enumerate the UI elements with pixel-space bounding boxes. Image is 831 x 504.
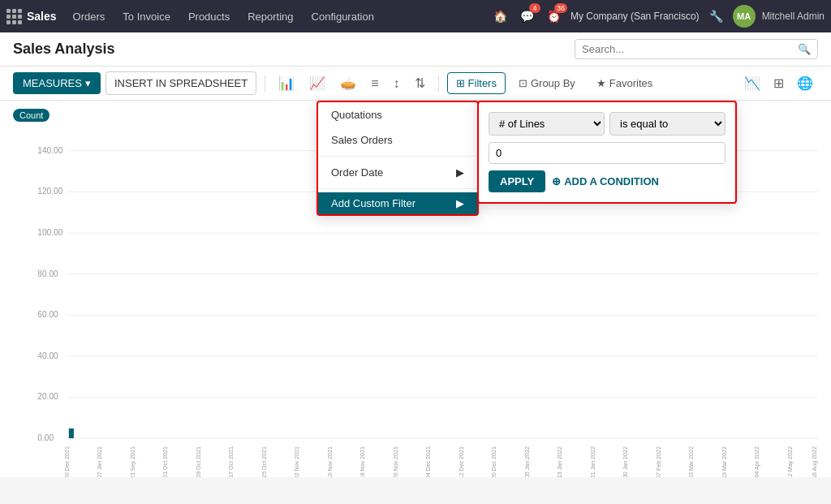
chevron-down-icon: ▾ <box>85 77 91 89</box>
chart-bar-1 <box>69 429 74 438</box>
table-icon-btn[interactable]: ⊞ <box>769 72 789 94</box>
search-box[interactable]: 🔍 <box>575 39 818 59</box>
x-label-7: 02 Nov 2021 <box>294 446 300 477</box>
x-label-10: 26 Nov 2021 <box>393 446 399 477</box>
groupby-label: Group By <box>531 77 575 89</box>
x-label-14: 05 Jan 2022 <box>524 446 531 477</box>
x-label-3: 01 Oct 2021 <box>162 446 169 477</box>
chat-icon-btn[interactable]: 💬 4 <box>517 6 537 26</box>
chevron-right-icon: ▶ <box>456 166 464 179</box>
favorites-button[interactable]: ★ Favorites <box>588 73 661 93</box>
nav-orders[interactable]: Orders <box>65 6 114 28</box>
y-label-60: 60.00 <box>37 310 58 319</box>
filter-divider-2 <box>318 188 477 189</box>
chevron-right-icon-2: ▶ <box>456 197 464 209</box>
search-icon: 🔍 <box>798 43 811 55</box>
cf-value-input[interactable] <box>489 142 726 164</box>
y-label-40: 40.00 <box>37 351 58 360</box>
activity-icon-btn[interactable]: ⏰ 36 <box>544 6 564 26</box>
y-label-140: 140.00 <box>37 146 62 155</box>
nav-products[interactable]: Products <box>180 6 238 28</box>
y-label-80: 80.00 <box>37 269 58 278</box>
sort2-icon-btn[interactable]: ⇅ <box>410 72 430 94</box>
activity-badge: 36 <box>554 3 567 13</box>
nav-right: 🏠 💬 4 ⏰ 36 My Company (San Francisco) 🔧 … <box>490 5 825 28</box>
line-chart-icon-btn[interactable]: 📈 <box>304 72 330 94</box>
plus-icon: ⊕ <box>552 175 561 187</box>
y-label-120: 120.00 <box>37 187 62 196</box>
x-label-0: 20 Dec 2021 <box>64 446 71 477</box>
favorites-label: Favorites <box>609 77 652 89</box>
apply-button[interactable]: APPLY <box>489 170 545 192</box>
x-label-23: 18 Aug 2022 <box>812 446 818 477</box>
filter-sales-orders[interactable]: Sales Orders <box>318 127 477 153</box>
x-label-8: 10 Nov 2021 <box>327 446 334 477</box>
x-label-13: 20 Dec 2021 <box>491 446 497 477</box>
cf-field-row: # of Lines Amount Customer Date Product … <box>489 112 726 136</box>
x-label-15: 13 Jan 2022 <box>557 446 563 477</box>
x-label-1: 07 Jan 2021 <box>97 446 103 477</box>
app-logo[interactable]: Sales <box>6 9 57 24</box>
user-name: Mitchell Admin <box>762 11 825 22</box>
filter-divider <box>318 156 477 157</box>
x-label-22: 12 May 2022 <box>787 446 794 477</box>
groupby-icon: ⊡ <box>519 77 527 89</box>
settings-icon-btn[interactable]: 🔧 <box>706 6 726 26</box>
x-axis-labels: 20 Dec 2021 07 Jan 2021 23 Sep 2021 01 O… <box>64 446 818 477</box>
grid-icon <box>6 9 22 24</box>
area-chart-icon-btn[interactable]: 📉 <box>739 72 765 94</box>
stack-icon-btn[interactable]: ≡ <box>366 73 383 94</box>
insert-spreadsheet-button[interactable]: INSERT IN SPREADSHEET <box>105 71 256 95</box>
x-label-16: 21 Jan 2022 <box>590 446 596 477</box>
y-label-20: 20.00 <box>37 392 58 401</box>
x-label-5: 17 Oct 2021 <box>228 446 235 477</box>
search-input[interactable] <box>582 43 798 55</box>
x-label-6: 25 Oct 2021 <box>261 446 268 477</box>
filter-add-custom[interactable]: Add Custom Filter ▶ <box>318 192 477 214</box>
nav-configuration[interactable]: Configuration <box>304 6 382 28</box>
user-avatar[interactable]: MA <box>733 5 756 28</box>
custom-filter-panel: # of Lines Amount Customer Date Product … <box>477 101 737 204</box>
bar-chart-icon-btn[interactable]: 📊 <box>273 72 299 94</box>
nav-toinvoice[interactable]: To Invoice <box>114 6 179 28</box>
x-label-12: 12 Dec 2021 <box>459 446 465 477</box>
legend-pill: Count <box>13 109 50 122</box>
x-label-9: 18 Nov 2021 <box>360 446 366 477</box>
toolbar: MEASURES ▾ INSERT IN SPREADSHEET 📊 📈 🥧 ≡… <box>0 67 831 101</box>
company-name: My Company (San Francisco) <box>571 11 700 22</box>
app-name: Sales <box>27 10 57 23</box>
cf-condition-select[interactable]: is equal to is not equal to greater than… <box>609 112 726 136</box>
filter-icon: ⊞ <box>456 77 465 89</box>
page-title: Sales Analysis <box>13 41 114 58</box>
measures-label: MEASURES <box>23 77 82 89</box>
x-label-20: 19 Mar 2022 <box>721 446 728 477</box>
x-label-21: 04 Apr 2022 <box>754 446 760 477</box>
filter-order-date[interactable]: Order Date ▶ <box>318 160 477 185</box>
nav-reporting[interactable]: Reporting <box>239 6 301 28</box>
x-label-2: 23 Sep 2021 <box>130 446 136 477</box>
sort-icon-btn[interactable]: ↕ <box>389 73 405 94</box>
filter-quotations[interactable]: Quotations <box>318 102 477 127</box>
add-condition-button[interactable]: ⊕ ADD A CONDITION <box>552 175 659 187</box>
filters-label: Filters <box>468 77 497 89</box>
cf-field-select[interactable]: # of Lines Amount Customer Date Product <box>489 112 605 136</box>
x-label-17: 30 Jan 2022 <box>622 446 629 477</box>
y-label-100: 100.00 <box>37 228 62 237</box>
filters-button[interactable]: ⊞ Filters <box>447 72 506 94</box>
globe-icon-btn[interactable]: 🌐 <box>792 72 818 94</box>
groupby-button[interactable]: ⊡ Group By <box>510 73 583 93</box>
x-label-18: 07 Feb 2022 <box>656 446 662 477</box>
home-icon-btn[interactable]: 🏠 <box>490 6 510 26</box>
right-view-icons: 📉 ⊞ 🌐 <box>739 72 818 94</box>
x-label-11: 04 Dec 2021 <box>425 446 432 477</box>
top-nav: Sales Orders To Invoice Products Reporti… <box>0 0 831 32</box>
nav-links: Orders To Invoice Products Reporting Con… <box>65 6 490 28</box>
page-header: Sales Analysis 🔍 <box>0 32 831 67</box>
legend-label: Count <box>19 110 43 120</box>
measures-button[interactable]: MEASURES ▾ <box>13 72 101 94</box>
cf-actions: APPLY ⊕ ADD A CONDITION <box>489 170 726 192</box>
pie-chart-icon-btn[interactable]: 🥧 <box>335 72 361 94</box>
add-condition-label: ADD A CONDITION <box>564 175 659 187</box>
x-label-19: 03 Mar 2022 <box>688 446 695 477</box>
y-label-0: 0.00 <box>37 433 54 442</box>
